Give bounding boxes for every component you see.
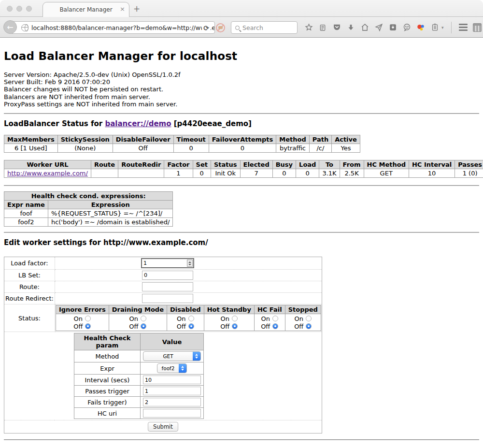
- globe-icon: [21, 24, 28, 31]
- cell-hc-method: GET: [364, 169, 409, 178]
- load-factor-label: Load factor:: [4, 257, 55, 270]
- draining-mode-on-radio[interactable]: [141, 316, 146, 321]
- cell-elected: 7: [240, 169, 272, 178]
- server-built: Server Built: Feb 9 2016 07:00:20: [4, 78, 479, 86]
- col-ignore-errors: Ignore Errors: [56, 305, 109, 314]
- status-label: Status:: [4, 304, 55, 332]
- minimize-window-button[interactable]: [16, 6, 22, 12]
- off-label: Off: [177, 323, 186, 330]
- browser-window: Balancer Manager × + ← localhost:8880/ba…: [0, 0, 483, 448]
- ignore-errors-off-radio[interactable]: [85, 323, 91, 329]
- method-select[interactable]: GET: [143, 351, 201, 361]
- status-cell-disabled: On Off: [167, 314, 204, 331]
- tab-balancer-manager[interactable]: Balancer Manager ×: [43, 2, 129, 17]
- table-row: foof %{REQUEST_STATUS} =~ /^[234]/: [4, 209, 173, 218]
- interval-input[interactable]: [143, 376, 201, 384]
- zoom-window-button[interactable]: [26, 6, 32, 12]
- load-factor-stepper[interactable]: [141, 258, 194, 268]
- panel-download-icon[interactable]: [388, 23, 397, 32]
- tab-bar: Balancer Manager × +: [0, 0, 483, 17]
- stopped-on-radio[interactable]: [306, 316, 312, 321]
- url-bar[interactable]: localhost:8880/balancer-manager?b=demo&w…: [10, 21, 215, 34]
- fails-input[interactable]: [143, 398, 201, 406]
- hc-uri-input[interactable]: [143, 409, 201, 418]
- worker-url-link[interactable]: http://www.example.com/: [7, 170, 88, 177]
- tab-close-icon[interactable]: ×: [120, 6, 125, 12]
- cell-stickysession: (None): [57, 144, 113, 153]
- col-stickysession: StickySession: [57, 135, 113, 144]
- toolbar-divider: [451, 22, 452, 33]
- hc-fail-off-radio[interactable]: [272, 323, 278, 329]
- disabled-on-radio[interactable]: [188, 316, 194, 321]
- cell-status: Init Ok: [211, 169, 240, 178]
- window-controls[interactable]: [7, 6, 32, 12]
- server-version: Server Version: Apache/2.5.0-dev (Unix) …: [4, 71, 479, 78]
- disabled-off-radio[interactable]: [188, 323, 194, 329]
- form-row-submit: Submit: [4, 420, 322, 434]
- download-icon[interactable]: [346, 23, 355, 32]
- col-route: Route: [91, 160, 118, 169]
- reading-list-icon[interactable]: [318, 23, 327, 32]
- home-icon[interactable]: [360, 23, 369, 32]
- select-arrows-icon: [179, 363, 186, 373]
- cell-maxmembers: 6 [1 Used]: [4, 144, 58, 153]
- lb-set-input[interactable]: [142, 271, 193, 280]
- new-tab-button[interactable]: +: [133, 4, 140, 14]
- worker-table: Worker URL Route RouteRedir Factor Set S…: [4, 160, 483, 178]
- col-hc-param: Health Check param: [74, 333, 141, 350]
- extension-grid-icon[interactable]: [473, 23, 482, 32]
- stopped-off-radio[interactable]: [306, 323, 312, 329]
- lb-set-label: LB Set:: [4, 270, 55, 281]
- balancer-status-table: MaxMembers StickySession DisableFailover…: [4, 135, 360, 153]
- hc-uri-label: HC uri: [74, 408, 141, 419]
- hc-row-hc-uri: HC uri: [74, 408, 204, 419]
- passes-input[interactable]: [143, 387, 201, 395]
- route-input[interactable]: [142, 282, 193, 291]
- cell-load: 0: [296, 169, 319, 178]
- hc-fail-on-radio[interactable]: [272, 316, 278, 321]
- route-redirect-label: Route Redirect:: [4, 293, 55, 304]
- url-text[interactable]: localhost:8880/balancer-manager?b=demo&w…: [31, 24, 214, 31]
- col-busy: Busy: [272, 160, 296, 169]
- search-placeholder: Search: [242, 24, 263, 31]
- balancer-demo-link[interactable]: balancer://demo: [105, 119, 171, 128]
- off-label: Off: [220, 323, 229, 330]
- route-redirect-input[interactable]: [142, 294, 193, 303]
- expr-select[interactable]: foof2: [157, 363, 187, 373]
- submit-button[interactable]: Submit: [148, 422, 178, 432]
- hot-standby-on-radio[interactable]: [232, 316, 238, 321]
- bookmark-star-icon[interactable]: [304, 23, 313, 32]
- col-set: Set: [193, 160, 211, 169]
- col-active: Active: [332, 135, 360, 144]
- divider: [4, 113, 479, 114]
- reload-icon[interactable]: ⟳: [202, 24, 211, 32]
- cell-worker-url: http://www.example.com/: [4, 169, 91, 178]
- search-bar[interactable]: Search: [231, 21, 298, 34]
- draining-mode-off-radio[interactable]: [141, 323, 146, 329]
- form-row-route-redirect: Route Redirect:: [4, 293, 322, 304]
- share-icon[interactable]: [374, 23, 383, 32]
- on-label: On: [295, 315, 303, 322]
- search-icon: [235, 26, 240, 30]
- adblock-icon[interactable]: [216, 23, 225, 32]
- col-hc-method: HC Method: [364, 160, 409, 169]
- off-label: Off: [129, 323, 138, 330]
- hot-standby-off-radio[interactable]: [232, 323, 238, 329]
- col-disablefailover: DisableFailover: [113, 135, 173, 144]
- chevron-down-icon[interactable]: ▾: [441, 25, 444, 30]
- chat-smiley-icon[interactable]: [402, 23, 411, 32]
- on-label: On: [261, 315, 270, 322]
- ignore-errors-on-radio[interactable]: [85, 316, 91, 321]
- pocket-icon[interactable]: [332, 23, 341, 32]
- colored-dots-icon[interactable]: [416, 23, 425, 32]
- col-failoverattempts: FailoverAttempts: [209, 135, 276, 144]
- menu-icon[interactable]: [459, 24, 468, 31]
- spinner-icon[interactable]: [187, 260, 193, 267]
- load-factor-input[interactable]: [142, 260, 187, 266]
- cell-active: Yes: [332, 144, 360, 153]
- sidebar-list-icon[interactable]: [430, 23, 439, 32]
- col-elected: Elected: [240, 160, 272, 169]
- back-button[interactable]: ←: [3, 20, 17, 34]
- interval-label: Interval (secs): [74, 375, 141, 386]
- close-window-button[interactable]: [7, 6, 13, 12]
